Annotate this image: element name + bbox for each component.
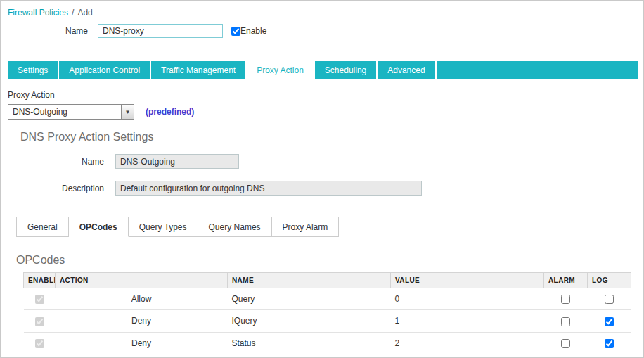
proxy-name-row: Name DNS-Outgoing [8,154,643,169]
subtab-query-types[interactable]: Query Types [129,217,198,237]
alarm-checkbox[interactable] [561,339,570,348]
alarm-checkbox[interactable] [561,295,570,304]
opcodes-section-title: OPCodes [16,254,643,267]
opcodes-table-body: AllowQuery0DenyIQuery1DenyStatus2AllowNo… [24,288,631,358]
proxy-action-dropdown[interactable]: DNS-Outgoing ▼ [8,104,134,120]
proxy-name-label: Name [8,157,115,167]
action-cell: Allow [56,354,228,358]
breadcrumb-firewall-policies-link[interactable]: Firewall Policies [8,8,68,18]
subtab-opcodes[interactable]: OPCodes [69,217,129,237]
proxy-description-label: Description [8,184,115,193]
proxy-action-panel: Proxy Action DNS-Outgoing ▼ (predefined)… [1,90,643,358]
breadcrumb-current: Add [77,8,92,18]
name-cell: IQuery [228,310,391,332]
value-cell: 4 [391,354,544,358]
action-cell: Deny [56,310,228,332]
breadcrumb-separator: / [72,8,74,18]
policy-name-label: Name [1,26,98,36]
predefined-note: (predefined) [146,107,194,117]
enabled-checkbox[interactable] [35,339,44,348]
action-cell: Deny [56,332,228,354]
tab-bar-filler [437,61,638,79]
proxy-name-readonly-field: DNS-Outgoing [115,154,239,169]
proxy-action-selected-value: DNS-Outgoing [13,107,67,117]
column-header-name: NAME [228,273,391,288]
column-header-action: ACTION [56,273,228,288]
policy-name-row: Name Enable [1,24,643,38]
tab-scheduling[interactable]: Scheduling [315,61,376,79]
value-cell: 2 [391,332,544,354]
firewall-policy-page: Firewall Policies/Add Name Enable Settin… [0,0,644,358]
dropdown-arrow-icon[interactable]: ▼ [121,105,134,119]
tab-settings[interactable]: Settings [8,61,58,79]
tab-traffic-management[interactable]: Traffic Management [151,61,245,79]
enabled-checkbox[interactable] [35,317,44,326]
proxy-sub-tab-bar: General OPCodes Query Types Query Names … [16,217,339,237]
log-checkbox[interactable] [605,339,614,348]
proxy-description-readonly-field: Default configuration for outgoing DNS [115,181,422,196]
proxy-action-label: Proxy Action [8,90,643,100]
name-cell: Notify [228,354,391,358]
subtab-general[interactable]: General [16,217,69,237]
main-tab-bar: Settings Application Control Traffic Man… [8,61,638,79]
action-cell: Allow [56,288,228,310]
enable-checkbox[interactable] [231,27,240,36]
table-row: AllowNotify4 [24,354,631,358]
column-header-log: LOG [588,273,631,288]
column-header-value: VALUE [391,273,544,288]
table-row: AllowQuery0 [24,288,631,310]
tab-proxy-action[interactable]: Proxy Action [247,61,314,79]
log-checkbox[interactable] [605,295,614,304]
alarm-checkbox[interactable] [561,317,570,326]
proxy-description-row: Description Default configuration for ou… [8,181,643,196]
enabled-checkbox[interactable] [35,295,44,304]
opcodes-table: ENABLED ACTION NAME VALUE ALARM LOG Allo… [23,272,631,358]
proxy-action-row: DNS-Outgoing ▼ (predefined) [8,104,643,120]
column-header-enabled: ENABLED [24,273,56,288]
table-row: DenyIQuery1 [24,310,631,332]
subtab-proxy-alarm[interactable]: Proxy Alarm [272,217,340,237]
tab-application-control[interactable]: Application Control [59,61,150,79]
opcodes-table-header: ENABLED ACTION NAME VALUE ALARM LOG [24,273,631,288]
breadcrumb: Firewall Policies/Add [1,1,643,18]
value-cell: 0 [391,288,544,310]
name-cell: Status [228,332,391,354]
tab-advanced[interactable]: Advanced [378,61,434,79]
value-cell: 1 [391,310,544,332]
name-cell: Query [228,288,391,310]
enable-checkbox-group: Enable [231,26,266,36]
dns-proxy-settings-title: DNS Proxy Action Settings [20,131,643,143]
subtab-query-names[interactable]: Query Names [198,217,272,237]
column-header-alarm: ALARM [544,273,588,288]
log-checkbox[interactable] [605,317,614,326]
policy-name-input[interactable] [98,24,223,38]
enable-checkbox-label: Enable [240,26,266,36]
table-row: DenyStatus2 [24,332,631,354]
